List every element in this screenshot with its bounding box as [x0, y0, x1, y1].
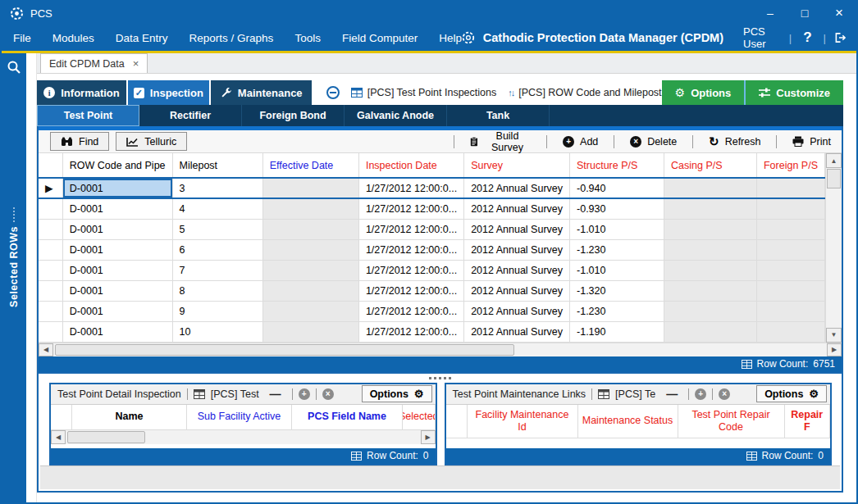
cell-milepost[interactable]: 4 [172, 198, 262, 219]
delete-icon[interactable]: × [719, 388, 730, 400]
menu-file[interactable]: File [13, 32, 31, 44]
cell-structure-ps[interactable]: -1.230 [570, 239, 664, 260]
table-row[interactable]: D-0001 8 1/27/2012 12:00:0... 2012 Annua… [39, 280, 825, 301]
col-survey[interactable]: Survey [464, 153, 570, 178]
add-icon[interactable]: + [299, 388, 310, 400]
delete-button[interactable]: × Delete [619, 132, 687, 151]
maximize-button[interactable]: □ [787, 2, 822, 25]
cell-casing-ps[interactable] [664, 321, 757, 342]
cell-foreign-ps[interactable] [756, 239, 824, 260]
cell-foreign-ps[interactable] [756, 260, 824, 280]
vertical-scrollbar[interactable]: ▲ ▼ [825, 153, 842, 343]
cell-inspection-date[interactable]: 1/27/2012 12:00:0... [358, 198, 463, 219]
tab-maintenance[interactable]: Maintenance [211, 80, 312, 105]
table-row[interactable]: D-0001 7 1/27/2012 12:00:0... 2012 Annua… [39, 260, 825, 280]
collapse-panel-button[interactable]: — [265, 388, 286, 401]
col-repair-f[interactable]: Repair F [785, 405, 831, 438]
cell-foreign-ps[interactable] [756, 178, 824, 198]
tab-information[interactable]: i Information [37, 80, 126, 105]
search-button[interactable] [2, 53, 26, 81]
scrollbar-thumb[interactable] [827, 169, 841, 188]
cell-survey[interactable]: 2012 Annual Survey [464, 260, 570, 280]
cell-casing-ps[interactable] [664, 178, 757, 198]
find-button[interactable]: Find [50, 132, 109, 151]
cell-casing-ps[interactable] [664, 198, 757, 219]
cell-survey[interactable]: 2012 Annual Survey [464, 321, 570, 342]
cell-row-code[interactable]: D-0001 [62, 198, 172, 219]
cell-casing-ps[interactable] [664, 301, 757, 321]
cell-foreign-ps[interactable] [756, 301, 824, 321]
cell-inspection-date[interactable]: 1/27/2012 12:00:0... [358, 260, 463, 280]
cell-inspection-date[interactable]: 1/27/2012 12:00:0... [358, 239, 463, 260]
cell-inspection-date[interactable]: 1/27/2012 12:00:0... [358, 321, 463, 342]
cell-row-code[interactable]: D-0001 [62, 280, 172, 301]
cell-inspection-date[interactable]: 1/27/2012 12:00:0... [358, 219, 463, 239]
col-selected[interactable]: Selected [403, 405, 436, 429]
collapse-panel-button[interactable]: — [661, 388, 682, 401]
maintenance-options-button[interactable]: Options ⚙ [756, 385, 827, 402]
cell-casing-ps[interactable] [664, 219, 757, 239]
cell-row-code[interactable]: D-0001 [62, 239, 172, 260]
cell-casing-ps[interactable] [664, 239, 757, 260]
cell-inspection-date[interactable]: 1/27/2012 12:00:0... [358, 301, 463, 321]
horizontal-scrollbar[interactable]: ◀ ▶ [51, 430, 436, 444]
menu-tools[interactable]: Tools [294, 32, 321, 44]
add-button[interactable]: + Add [552, 132, 609, 151]
scroll-right-icon[interactable]: ▶ [421, 430, 436, 444]
cell-structure-ps[interactable]: -1.230 [570, 301, 664, 321]
cell-effective-date[interactable] [262, 219, 358, 239]
cell-survey[interactable]: 2012 Annual Survey [464, 219, 570, 239]
options-button[interactable]: ⚙ Options [662, 80, 745, 105]
close-button[interactable]: × [822, 2, 856, 25]
grid-selector[interactable]: [PCS] Test Point Inspections [351, 87, 497, 98]
col-inspection-date[interactable]: Inspection Date [358, 153, 463, 178]
menu-help[interactable]: Help [439, 32, 462, 44]
tab-close-icon[interactable]: × [133, 57, 139, 70]
cell-effective-date[interactable] [262, 178, 358, 198]
cell-effective-date[interactable] [262, 280, 358, 301]
col-name[interactable]: Name [72, 405, 187, 429]
menu-modules[interactable]: Modules [52, 32, 94, 44]
cell-effective-date[interactable] [262, 301, 358, 321]
cell-structure-ps[interactable]: -0.940 [570, 178, 664, 198]
user-label[interactable]: PCS User [743, 25, 781, 50]
col-maintenance-status[interactable]: Maintenance Status [578, 405, 678, 438]
table-row[interactable]: D-0001 5 1/27/2012 12:00:0... 2012 Annua… [39, 219, 825, 239]
col-facility-maintenance-id[interactable]: Facility Maintenance Id [468, 405, 578, 438]
cell-effective-date[interactable] [262, 260, 358, 280]
scroll-up-icon[interactable]: ▲ [826, 153, 842, 168]
col-foreign-ps[interactable]: Foreign P/S [756, 153, 824, 178]
minimize-button[interactable]: – [753, 2, 787, 25]
col-effective-date[interactable]: Effective Date [262, 153, 358, 178]
tab-foreign-bond[interactable]: Foreign Bond [242, 105, 345, 126]
cell-milepost[interactable]: 6 [172, 239, 262, 260]
table-row[interactable]: D-0001 10 1/27/2012 12:00:0... 2012 Annu… [39, 321, 825, 342]
table-row[interactable]: D-0001 6 1/27/2012 12:00:0... 2012 Annua… [39, 239, 825, 260]
customize-button[interactable]: Customize [744, 80, 843, 105]
table-row[interactable]: D-0001 9 1/27/2012 12:00:0... 2012 Annua… [39, 301, 825, 321]
cell-milepost[interactable]: 8 [172, 280, 262, 301]
cell-survey[interactable]: 2012 Annual Survey [464, 280, 570, 301]
cell-survey[interactable]: 2012 Annual Survey [464, 301, 570, 321]
cell-survey[interactable]: 2012 Annual Survey [464, 198, 570, 219]
cell-casing-ps[interactable] [664, 280, 757, 301]
col-row-code[interactable]: ROW Code and Pipe [62, 153, 172, 178]
cell-foreign-ps[interactable] [756, 321, 824, 342]
cell-inspection-date[interactable]: 1/27/2012 12:00:0... [358, 178, 463, 198]
tab-inspection[interactable]: ✓ Inspection [128, 80, 209, 105]
menu-data-entry[interactable]: Data Entry [116, 32, 168, 44]
sidebar-tab-selected-rows[interactable]: Selected ROWs [2, 207, 26, 307]
print-button[interactable]: Print [782, 132, 842, 151]
cell-milepost[interactable]: 5 [172, 219, 262, 239]
cell-row-code[interactable]: D-0001 [62, 321, 172, 342]
cell-foreign-ps[interactable] [756, 198, 824, 219]
tab-tank[interactable]: Tank [447, 105, 550, 126]
cell-structure-ps[interactable]: -0.930 [570, 198, 664, 219]
tab-test-point[interactable]: Test Point [37, 105, 139, 126]
scrollbar-thumb[interactable] [67, 431, 145, 443]
build-survey-button[interactable]: Build Survey [459, 132, 541, 151]
scroll-down-icon[interactable]: ▼ [826, 328, 842, 343]
scrollbar-thumb[interactable] [55, 344, 514, 356]
collapse-icon[interactable] [326, 86, 340, 99]
tab-edit-cpdm-data[interactable]: Edit CPDM Data × [40, 53, 148, 73]
